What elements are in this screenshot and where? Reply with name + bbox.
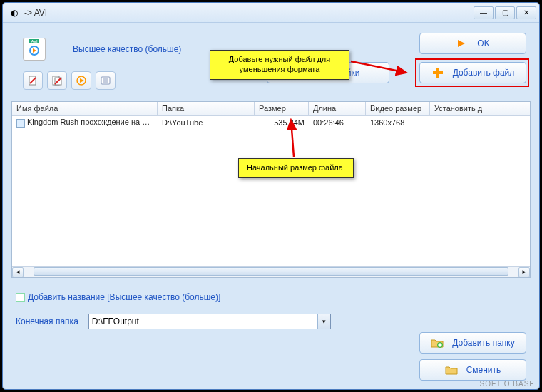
cell-video-size: 1360x768 (366, 118, 430, 128)
table-header: Имя файла Папка Размер Длина Видео разме… (12, 102, 530, 116)
scroll-track[interactable] (24, 267, 518, 277)
change-folder-button-label: Сменить (466, 365, 501, 375)
change-folder-button[interactable]: Сменить (419, 359, 526, 381)
add-file-button[interactable]: Добавить файл (419, 62, 526, 83)
output-row: Конечная папка D:\FFOutput ▼ (11, 314, 531, 329)
titlebar: ◐ -> AVI — ▢ ✕ (3, 3, 539, 23)
chevron-down-icon[interactable]: ▼ (317, 314, 330, 329)
play-button[interactable] (71, 71, 91, 90)
col-length[interactable]: Длина (309, 102, 366, 115)
format-avi-icon[interactable] (23, 38, 46, 61)
col-size[interactable]: Размер (255, 102, 309, 115)
window-title: -> AVI (24, 8, 474, 18)
callout-add-file: Добавьте нужный файл для уменьшения форм… (210, 50, 349, 80)
window-controls: — ▢ ✕ (474, 6, 536, 19)
scroll-thumb[interactable] (34, 267, 508, 276)
add-title-row: Добавить название [Высшее качество (боль… (11, 292, 531, 302)
col-video-size[interactable]: Видео размер (366, 102, 430, 115)
output-folder-value: D:\FFOutput (92, 316, 139, 326)
watermark: SOFT O BASE (480, 380, 536, 388)
ok-button-label: OK (477, 38, 489, 48)
output-folder-label: Конечная папка (16, 316, 78, 326)
output-folder-select[interactable]: D:\FFOutput ▼ (88, 314, 331, 329)
svg-marker-0 (458, 40, 465, 47)
cell-size: 535.84M (255, 118, 309, 128)
content-area: Высшее качество (больше) OK Добавить фай… (3, 23, 539, 389)
add-folder-button[interactable]: Добавить папку (419, 332, 526, 354)
minimize-button[interactable]: — (474, 6, 494, 19)
scroll-left-button[interactable]: ◄ (12, 267, 24, 277)
add-title-checkbox[interactable] (16, 293, 25, 302)
cell-filename: Kingdom Rush прохождение на ПК ... (12, 117, 158, 128)
add-title-link[interactable]: Добавить название [Высшее качество (боль… (28, 292, 220, 302)
callout-file-size: Начальный размер файла. (238, 158, 354, 178)
clear-list-button[interactable] (47, 71, 67, 90)
folder-icon (445, 363, 458, 376)
horizontal-scrollbar[interactable]: ◄ ► (12, 266, 530, 277)
cell-length: 00:26:46 (309, 118, 366, 128)
svg-marker-12 (80, 78, 84, 83)
video-file-icon (16, 119, 25, 128)
cell-folder: D:\YouTube (158, 118, 255, 128)
table-row[interactable]: Kingdom Rush прохождение на ПК ... D:\Yo… (12, 116, 530, 129)
col-filename[interactable]: Имя файла (12, 102, 158, 115)
ok-button[interactable]: OK (419, 33, 526, 54)
maximize-button[interactable]: ▢ (495, 6, 515, 19)
app-icon: ◐ (9, 7, 20, 19)
svg-rect-2 (433, 71, 443, 74)
folder-plus-icon (431, 336, 444, 349)
add-file-button-label: Добавить файл (453, 68, 515, 78)
cell-set (430, 122, 501, 123)
remove-file-button[interactable] (23, 71, 43, 90)
close-button[interactable]: ✕ (516, 6, 536, 19)
add-folder-button-label: Добавить папку (452, 338, 514, 348)
ok-arrow-icon (456, 37, 469, 50)
col-set[interactable]: Установить д (430, 102, 501, 115)
app-window: ◐ -> AVI — ▢ ✕ Высшее качество (больше) … (2, 2, 540, 390)
quality-link[interactable]: Высшее качество (больше) (73, 44, 181, 54)
svg-rect-19 (439, 344, 442, 346)
file-table: Имя файла Папка Размер Длина Видео разме… (11, 101, 531, 278)
col-folder[interactable]: Папка (158, 102, 255, 115)
scroll-right-button[interactable]: ► (518, 267, 530, 277)
plus-icon (431, 66, 444, 79)
info-button[interactable] (96, 71, 116, 90)
